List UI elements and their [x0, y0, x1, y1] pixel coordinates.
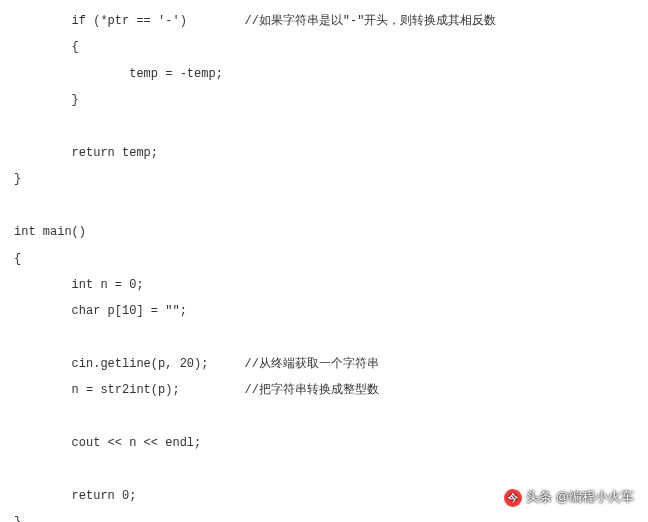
code-line: { — [14, 252, 21, 266]
code-line: char p[10] = ""; — [14, 304, 187, 318]
code-line: return temp; — [14, 146, 158, 160]
code-line: { — [14, 40, 79, 54]
code-line: cout << n << endl; — [14, 436, 201, 450]
toutiao-icon: 今 — [504, 489, 522, 507]
code-line: cin.getline(p, 20); //从终端获取一个字符串 — [14, 357, 379, 371]
code-line: int main() — [14, 225, 86, 239]
watermark: 今 头条 @编程小火车 — [504, 483, 634, 512]
code-line: } — [14, 515, 21, 522]
code-line: temp = -temp; — [14, 67, 223, 81]
code-line: int n = 0; — [14, 278, 144, 292]
code-line: n = str2int(p); //把字符串转换成整型数 — [14, 383, 379, 397]
watermark-text: 头条 @编程小火车 — [526, 483, 634, 512]
code-line: } — [14, 172, 21, 186]
code-block: if (*ptr == '-') //如果字符串是以"-"开头，则转换成其相反数… — [14, 8, 634, 522]
code-line: if (*ptr == '-') //如果字符串是以"-"开头，则转换成其相反数 — [14, 14, 496, 28]
code-line: return 0; — [14, 489, 136, 503]
code-line: } — [14, 93, 79, 107]
